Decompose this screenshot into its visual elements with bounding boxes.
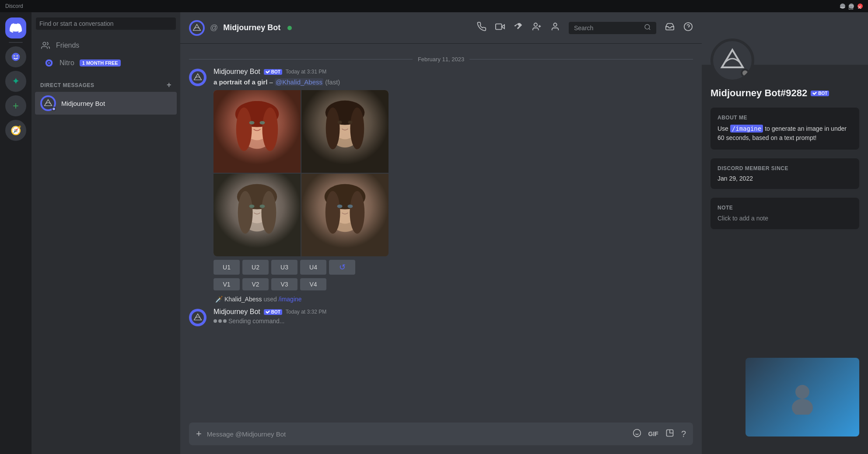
system-action: used <box>263 296 278 303</box>
video-thumbnail <box>746 358 859 437</box>
portrait-1 <box>214 90 301 173</box>
sending-indicator: Sending command... <box>214 318 693 325</box>
pin-button[interactable] <box>514 22 523 34</box>
member-since-title: DISCORD MEMBER SINCE <box>718 165 852 171</box>
message-1-suffix: (fast) <box>325 78 340 86</box>
chat-messages: February 11, 2023 Midjourney Bot <box>180 44 702 423</box>
server-openai-button[interactable]: ✦ <box>5 71 26 92</box>
portrait-2 <box>301 90 388 173</box>
profile-button[interactable] <box>550 22 560 34</box>
system-command: /imagine <box>279 296 302 303</box>
about-me-prefix: Use <box>718 125 730 132</box>
search-input[interactable] <box>574 24 640 31</box>
message-input[interactable] <box>207 424 627 444</box>
u1-button[interactable]: U1 <box>214 260 240 275</box>
dot-3 <box>223 319 227 323</box>
svg-marker-9 <box>502 24 504 28</box>
message-1-text: a portrait of a girl – @Khalid_Abess (fa… <box>214 77 693 87</box>
profile-name-text: Midjourney Bot#9282 <box>710 87 807 99</box>
discord-home-button[interactable] <box>5 17 26 38</box>
svg-point-24 <box>236 108 252 151</box>
v4-button[interactable]: V4 <box>300 278 326 290</box>
svg-point-27 <box>259 121 265 125</box>
u4-button[interactable]: U4 <box>300 260 326 275</box>
profile-status-dot <box>741 69 749 77</box>
message-1-mention: @Khalid_Abess <box>275 78 323 86</box>
call-button[interactable] <box>477 22 486 34</box>
svg-point-52 <box>192 311 204 324</box>
svg-point-48 <box>326 191 340 234</box>
dot-2 <box>218 319 222 323</box>
svg-point-41 <box>261 191 276 234</box>
status-indicator <box>52 107 56 111</box>
svg-point-19 <box>192 71 204 84</box>
v2-button[interactable]: V2 <box>242 278 269 290</box>
dot-pulse <box>214 319 227 323</box>
explore-servers-button[interactable]: 🧭 <box>5 120 26 141</box>
sticker-button[interactable] <box>665 429 674 440</box>
v1-button[interactable]: V1 <box>214 278 240 290</box>
midjourney-avatar <box>40 95 56 111</box>
friends-icon <box>40 40 51 51</box>
title-bar-left: Discord <box>5 3 23 9</box>
friends-nav-item[interactable]: Friends <box>35 37 177 54</box>
nitro-icon <box>44 58 54 68</box>
svg-point-2 <box>17 56 18 56</box>
bot-badge-2: BOT <box>264 309 282 315</box>
close-button[interactable]: × <box>858 3 863 9</box>
minimize-button[interactable]: ─ <box>840 3 845 9</box>
message-1-content: Midjourney Bot BOT Today at 3:31 PM a po… <box>214 68 693 290</box>
svg-point-11 <box>534 23 537 26</box>
video-person <box>746 358 859 437</box>
note-input[interactable] <box>718 215 852 222</box>
refresh-button[interactable]: ↺ <box>329 260 355 275</box>
question-button[interactable]: ? <box>681 429 686 439</box>
explore-icon: 🧭 <box>10 125 21 136</box>
inbox-button[interactable] <box>665 22 675 34</box>
svg-point-50 <box>337 205 343 208</box>
message-input-box: + GIF <box>189 423 693 445</box>
add-server-icon: + <box>13 100 19 112</box>
dm-item-midjourney[interactable]: Midjourney Bot <box>35 92 177 115</box>
message-1-header: Midjourney Bot BOT Today at 3:31 PM <box>214 68 693 76</box>
svg-point-59 <box>792 399 813 415</box>
add-friend-button[interactable] <box>532 22 542 34</box>
video-button[interactable] <box>495 22 505 34</box>
message-1: Midjourney Bot BOT Today at 3:31 PM a po… <box>180 66 702 292</box>
nitro-nav-item[interactable]: Nitro 1 MONTH FREE <box>35 54 177 72</box>
u3-button[interactable]: U3 <box>271 260 298 275</box>
emoji-button[interactable] <box>633 429 641 440</box>
svg-rect-10 <box>496 24 502 30</box>
svg-line-16 <box>649 28 650 30</box>
svg-point-49 <box>350 191 364 234</box>
nitro-badge: 1 MONTH FREE <box>80 59 121 66</box>
server-ai-button[interactable] <box>5 46 26 67</box>
title-bar: Discord ─ □ × <box>0 0 868 12</box>
dm-list: Midjourney Bot <box>32 91 180 115</box>
svg-point-6 <box>48 62 50 64</box>
refresh-icon: ↺ <box>339 262 346 272</box>
svg-point-1 <box>14 56 14 56</box>
title-bar-controls: ─ □ × <box>840 3 863 9</box>
message-1-bold: a portrait of a girl <box>214 78 267 86</box>
date-text: February 11, 2023 <box>418 56 464 63</box>
attach-icon[interactable]: + <box>196 428 202 440</box>
dm-sidebar: Friends Nitro 1 MONTH FREE DIRECT MESSAG… <box>32 12 180 454</box>
help-button[interactable] <box>683 22 693 34</box>
v3-button[interactable]: V3 <box>271 278 298 290</box>
dm-search-input[interactable] <box>36 17 176 30</box>
gif-button[interactable]: GIF <box>648 430 658 437</box>
dm-item-name: Midjourney Bot <box>61 100 105 107</box>
u2-button[interactable]: U2 <box>242 260 269 275</box>
note-section: NOTE <box>710 198 859 229</box>
add-dm-button[interactable]: + <box>167 80 172 90</box>
svg-point-34 <box>338 121 342 124</box>
action-buttons-row2: V1 V2 V3 V4 <box>214 278 388 290</box>
add-server-button[interactable]: + <box>5 95 26 116</box>
svg-point-26 <box>249 121 255 125</box>
message-2-author: Midjourney Bot <box>214 308 260 316</box>
at-symbol: @ <box>210 23 218 32</box>
message-1-time: Today at 3:31 PM <box>286 69 326 75</box>
main-chat: @ Midjourney Bot <box>180 12 702 454</box>
maximize-button[interactable]: □ <box>849 3 854 9</box>
